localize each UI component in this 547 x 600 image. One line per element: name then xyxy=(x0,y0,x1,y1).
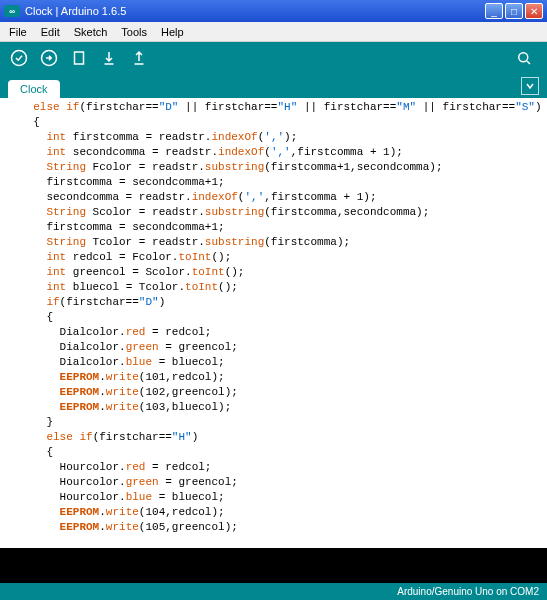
console-output xyxy=(0,548,547,583)
code-line: firstcomma = secondcomma+1; xyxy=(20,175,539,190)
code-line: else if(firstchar=="D" || firstchar=="H"… xyxy=(20,100,539,115)
svg-point-3 xyxy=(519,53,528,62)
code-line: String Tcolor = readstr.substring(firstc… xyxy=(20,235,539,250)
menu-bar: File Edit Sketch Tools Help xyxy=(0,22,547,42)
menu-file[interactable]: File xyxy=(2,24,34,40)
menu-tools[interactable]: Tools xyxy=(114,24,154,40)
code-line: { xyxy=(20,310,539,325)
maximize-button[interactable]: □ xyxy=(505,3,523,19)
code-line: int secondcomma = readstr.indexOf(',',fi… xyxy=(20,145,539,160)
code-line: EEPROM.write(101,redcol); xyxy=(20,370,539,385)
new-button[interactable] xyxy=(66,45,92,71)
code-line: Hourcolor.red = redcol; xyxy=(20,460,539,475)
code-line: { xyxy=(20,445,539,460)
code-line: firstcomma = secondcomma+1; xyxy=(20,220,539,235)
verify-button[interactable] xyxy=(6,45,32,71)
app-icon: ∞ xyxy=(4,5,20,17)
code-line: int redcol = Fcolor.toInt(); xyxy=(20,250,539,265)
code-editor[interactable]: else if(firstchar=="D" || firstchar=="H"… xyxy=(0,98,547,548)
menu-help[interactable]: Help xyxy=(154,24,191,40)
save-button[interactable] xyxy=(126,45,152,71)
code-line: int bluecol = Tcolor.toInt(); xyxy=(20,280,539,295)
code-line: Dialcolor.green = greencol; xyxy=(20,340,539,355)
code-line: Dialcolor.blue = bluecol; xyxy=(20,355,539,370)
code-line: String Scolor = readstr.substring(firstc… xyxy=(20,205,539,220)
tab-clock[interactable]: Clock xyxy=(8,80,60,98)
code-line: int firstcomma = readstr.indexOf(','); xyxy=(20,130,539,145)
window-title: Clock | Arduino 1.6.5 xyxy=(25,5,485,17)
code-line: EEPROM.write(103,bluecol); xyxy=(20,400,539,415)
code-line: Hourcolor.blue = bluecol; xyxy=(20,490,539,505)
open-button[interactable] xyxy=(96,45,122,71)
tab-menu-dropdown[interactable] xyxy=(521,77,539,95)
code-line: secondcomma = readstr.indexOf(',',firstc… xyxy=(20,190,539,205)
upload-button[interactable] xyxy=(36,45,62,71)
code-line: } xyxy=(20,415,539,430)
status-bar: Arduino/Genuino Uno on COM2 xyxy=(0,583,547,600)
close-button[interactable]: ✕ xyxy=(525,3,543,19)
menu-sketch[interactable]: Sketch xyxy=(67,24,115,40)
code-line: Dialcolor.red = redcol; xyxy=(20,325,539,340)
code-line: EEPROM.write(105,greencol); xyxy=(20,520,539,535)
tab-bar: Clock xyxy=(0,74,547,98)
toolbar xyxy=(0,42,547,74)
code-line: if(firstchar=="D") xyxy=(20,295,539,310)
minimize-button[interactable]: _ xyxy=(485,3,503,19)
code-line: EEPROM.write(104,redcol); xyxy=(20,505,539,520)
code-line: String Fcolor = readstr.substring(firstc… xyxy=(20,160,539,175)
svg-rect-2 xyxy=(75,52,84,64)
code-line: int greencol = Scolor.toInt(); xyxy=(20,265,539,280)
code-line: { xyxy=(20,115,539,130)
code-line: EEPROM.write(102,greencol); xyxy=(20,385,539,400)
code-line: else if(firstchar=="H") xyxy=(20,430,539,445)
code-line: Hourcolor.green = greencol; xyxy=(20,475,539,490)
board-status: Arduino/Genuino Uno on COM2 xyxy=(397,586,539,597)
serial-monitor-button[interactable] xyxy=(511,45,537,71)
menu-edit[interactable]: Edit xyxy=(34,24,67,40)
window-titlebar: ∞ Clock | Arduino 1.6.5 _ □ ✕ xyxy=(0,0,547,22)
svg-point-0 xyxy=(12,51,27,66)
